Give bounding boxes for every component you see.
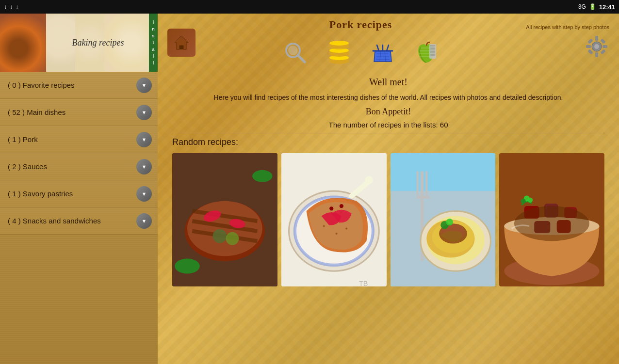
divider [172,133,604,133]
sidebar-item-name-6: Snacks and sandwiches [23,217,101,225]
recipe-img-1-svg [172,153,277,286]
gear-icon [584,34,609,59]
toolbar-icons [281,38,441,67]
home-icon[interactable] [167,29,195,57]
recipe-img-4-svg [499,153,604,286]
dropdown-arrow-main[interactable] [136,105,152,120]
svg-rect-68 [416,171,418,196]
sidebar-item-name-3: Pork [23,135,38,143]
library-button[interactable] [325,38,354,67]
sidebar-item-label-snacks: ( 4 ) Snacks and sandwiches [8,217,101,225]
svg-point-63 [345,227,347,229]
sidebar-item-paren-close-3: ) [18,135,21,143]
sidebar-item-savory-pastries[interactable]: ( 1 ) Savory pastries [0,180,158,207]
basket-button[interactable] [368,38,397,67]
svg-point-60 [339,204,343,208]
download-icon-2: ↓ [10,3,13,10]
recipe-img-3-svg [391,153,496,286]
recipe-grid: TB [172,153,604,286]
sidebar-item-count-5: 1 [12,190,16,198]
svg-point-50 [213,229,227,243]
download-icon-1: ↓ [4,3,7,10]
sidebar-item-paren-open: ( [8,81,10,89]
install-text-5: a [151,47,156,52]
install-text-3: s [151,33,156,39]
sidebar-item-paren-close: ) [18,81,21,89]
sidebar-item-paren-open-4: ( [8,162,10,171]
svg-point-52 [175,258,200,273]
svg-point-59 [329,206,333,210]
svg-rect-39 [600,38,605,44]
recipe-card-2[interactable]: TB [281,153,387,286]
page-title: Pork recipes [329,18,392,31]
svg-point-90 [528,198,533,203]
sidebar-item-main-dishes[interactable]: ( 52 ) Main dishes [0,99,158,126]
settings-button[interactable] [584,34,609,61]
search-button[interactable] [281,38,310,67]
dropdown-arrow-favorite[interactable] [136,78,152,93]
dropdown-arrow-pork[interactable] [136,132,152,147]
recipe-card-4[interactable] [499,153,604,286]
svg-point-87 [514,206,589,241]
install-text-7: l [151,61,156,66]
install-text-2: n [151,27,156,32]
svg-rect-70 [416,196,429,198]
sidebar-header: Baking recipes i n s t a l l [0,14,158,72]
sidebar-item-snacks[interactable]: ( 4 ) Snacks and sandwiches [0,207,158,235]
sidebar-item-label-pork: ( 1 ) Pork [8,135,38,143]
status-bar: ↓ ↓ ↓ 3G 🔋 12:41 [0,0,619,14]
svg-point-62 [335,233,337,235]
sidebar-item-name-4: Sauces [23,162,47,171]
content-area: Well met! Here you will find recipes of … [158,72,619,291]
dropdown-arrow-sauces[interactable] [136,159,152,174]
sidebar-item-pork[interactable]: ( 1 ) Pork [0,126,158,153]
svg-rect-41 [600,49,605,54]
nutrition-button[interactable] [412,38,441,67]
svg-rect-40 [587,49,593,54]
baking-title-text: Baking recipes [72,38,124,48]
toolbar: Pork recipes [158,14,619,72]
dropdown-arrow-snacks[interactable] [136,213,152,229]
svg-point-13 [329,41,349,46]
sidebar-item-count: 0 [12,81,16,89]
sidebar-item-count-3: 1 [12,135,16,143]
recipe-card-3[interactable] [391,153,496,286]
battery-icon: 🔋 [589,3,596,10]
recipe-card-1[interactable] [172,153,277,286]
sidebar-item-count-6: 4 [12,217,16,225]
welcome-heading: Well met! [172,77,604,88]
sidebar-item-name-2: Main dishes [27,108,65,116]
home-button[interactable] [167,29,195,57]
sidebar-item-name: Favorite recipes [23,81,75,89]
svg-point-33 [594,44,599,49]
sidebar-item-favorite-recipes[interactable]: ( 0 ) Favorite recipes [0,72,158,99]
bon-appetit-text: Bon Appetit! [172,107,604,117]
install-strip[interactable]: i n s t a l l [149,14,158,72]
search-icon [283,41,308,65]
recipe-img-2-svg: TB [281,153,387,286]
app-container: Baking recipes i n s t a l l ( 0 ) Favor… [0,14,619,364]
sidebar-item-label: ( 0 ) Favorite recipes [8,81,75,89]
basket-icon [370,40,395,65]
toolbar-center: Pork recipes [281,18,441,67]
sidebar-item-count-2: 52 [12,108,20,116]
signal-indicator: 3G [578,3,586,10]
svg-rect-36 [586,45,591,48]
sidebar-item-label-savory: ( 1 ) Savory pastries [8,190,73,198]
baking-title-overlay: Baking recipes [46,14,150,72]
svg-rect-35 [595,52,598,57]
house-svg [173,34,190,51]
book-stack-icon [326,40,352,65]
sidebar-item-sauces[interactable]: ( 2 ) Sauces [0,153,158,180]
dropdown-arrow-savory[interactable] [136,186,152,202]
svg-point-61 [323,225,325,227]
sidebar-item-paren-open-5: ( [8,190,10,198]
svg-rect-1 [179,46,183,49]
sidebar-item-name-5: Savory pastries [23,190,73,198]
subtitle-text: All recipes with step by step photos [526,24,609,30]
install-text: i [151,20,156,25]
svg-rect-37 [603,45,607,48]
recipe-count-text: The number of recipes in the lists: 60 [172,121,604,129]
toolbar-right-area: All recipes with step by step photos [526,24,609,61]
sidebar-item-count-4: 2 [12,162,16,171]
